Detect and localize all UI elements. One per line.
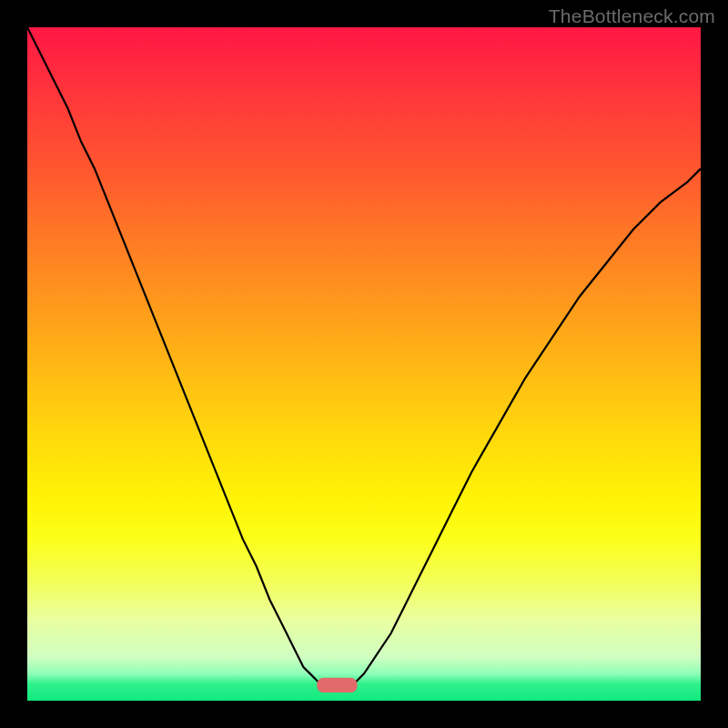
right-curve [350, 168, 701, 687]
left-curve [27, 27, 324, 687]
chart-frame: TheBottleneck.com [0, 0, 728, 728]
watermark-text: TheBottleneck.com [549, 5, 715, 27]
plot-area [27, 27, 701, 701]
baseline-marker [317, 678, 357, 693]
chart-svg [27, 27, 701, 701]
